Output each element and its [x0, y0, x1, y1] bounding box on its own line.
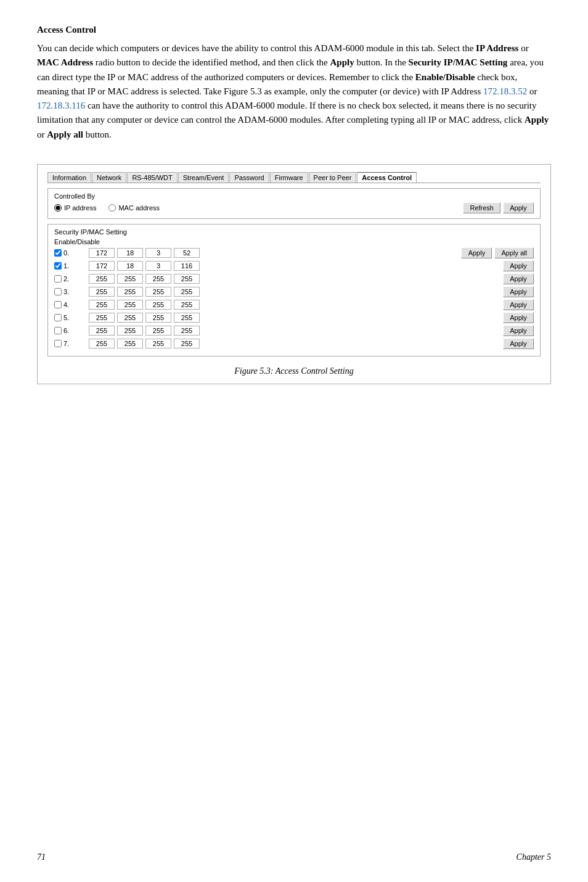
figure-container: Information Network RS-485/WDT Stream/Ev… — [37, 164, 551, 384]
tab-access-control[interactable]: Access Control — [357, 172, 417, 183]
row-1-check-label[interactable]: 1. — [54, 262, 86, 270]
radio-ip-address[interactable]: IP address — [54, 204, 96, 212]
row-6-oct1[interactable] — [89, 326, 115, 336]
row-7-check-label[interactable]: 7. — [54, 340, 86, 347]
table-row: 7. Apply — [54, 338, 534, 349]
row-6-oct2[interactable] — [117, 326, 143, 336]
table-row: 6. Apply — [54, 325, 534, 336]
row-0-oct1[interactable] — [89, 248, 115, 258]
row-4-oct3[interactable] — [145, 300, 171, 310]
row-6-oct3[interactable] — [145, 326, 171, 336]
row-0-checkbox[interactable] — [54, 249, 62, 257]
row-0-apply-button[interactable]: Apply — [461, 247, 492, 258]
figure-caption: Figure 5.3: Access Control Setting — [44, 366, 544, 376]
row-6-label: 6. — [63, 327, 69, 334]
row-1-oct1[interactable] — [89, 261, 115, 271]
row-2-oct4[interactable] — [174, 274, 200, 284]
tab-firmware[interactable]: Firmware — [270, 172, 308, 183]
row-2-oct1[interactable] — [89, 274, 115, 284]
row-3-oct2[interactable] — [117, 287, 143, 297]
row-6-check-label[interactable]: 6. — [54, 327, 86, 334]
row-3-check-label[interactable]: 3. — [54, 288, 86, 295]
row-5-oct1[interactable] — [89, 313, 115, 323]
row-7-oct3[interactable] — [145, 339, 171, 348]
row-4-apply-button[interactable]: Apply — [503, 299, 534, 310]
row-4-label: 4. — [63, 301, 69, 308]
tab-information[interactable]: Information — [47, 172, 91, 183]
row-6-checkbox[interactable] — [54, 327, 62, 334]
row-6-apply-button[interactable]: Apply — [503, 325, 534, 336]
row-4-oct4[interactable] — [174, 300, 200, 310]
row-3-oct3[interactable] — [145, 287, 171, 297]
row-2-oct2[interactable] — [117, 274, 143, 284]
row-2-check-label[interactable]: 2. — [54, 275, 86, 282]
table-row: 3. Apply — [54, 286, 534, 297]
row-6-oct4[interactable] — [174, 326, 200, 336]
row-5-checkbox[interactable] — [54, 314, 62, 321]
row-7-oct2[interactable] — [117, 339, 143, 348]
row-5-apply-button[interactable]: Apply — [503, 312, 534, 323]
tab-peer-to-peer[interactable]: Peer to Peer — [309, 172, 357, 183]
ip-link-2[interactable]: 172.18.3.116 — [37, 101, 85, 110]
row-4-checkbox[interactable] — [54, 301, 62, 308]
controlled-by-row: IP address MAC address Refresh Apply — [54, 202, 534, 213]
row-1-checkbox[interactable] — [54, 262, 62, 270]
tab-rs485[interactable]: RS-485/WDT — [127, 172, 177, 183]
page-number: 71 — [37, 852, 46, 862]
row-1-oct2[interactable] — [117, 261, 143, 271]
refresh-button[interactable]: Refresh — [463, 202, 500, 213]
radio-mac-input[interactable] — [108, 204, 116, 212]
row-5-oct4[interactable] — [174, 313, 200, 323]
row-3-checkbox[interactable] — [54, 288, 62, 295]
table-row: 2. Apply — [54, 273, 534, 284]
enable-disable-label: Enable/Disable — [54, 238, 534, 245]
controlled-by-buttons: Refresh Apply — [463, 202, 534, 213]
row-2-buttons: Apply — [503, 273, 534, 284]
row-2-checkbox[interactable] — [54, 275, 62, 282]
row-5-oct3[interactable] — [145, 313, 171, 323]
apply-all-button[interactable]: Apply all — [494, 247, 534, 258]
row-1-oct4[interactable] — [174, 261, 200, 271]
controlled-by-group: Controlled By IP address MAC address Ref… — [47, 188, 541, 219]
row-4-oct1[interactable] — [89, 300, 115, 310]
row-0-oct2[interactable] — [117, 248, 143, 258]
row-7-checkbox[interactable] — [54, 340, 62, 347]
row-2-apply-button[interactable]: Apply — [503, 273, 534, 284]
row-7-oct1[interactable] — [89, 339, 115, 348]
ip-link-1[interactable]: 172.18.3.52 — [483, 86, 527, 96]
row-5-label: 5. — [63, 314, 69, 321]
row-0-check-label[interactable]: 0. — [54, 249, 86, 257]
row-3-oct1[interactable] — [89, 287, 115, 297]
tab-network[interactable]: Network — [92, 172, 126, 183]
row-2-oct3[interactable] — [145, 274, 171, 284]
table-row: 1. Apply — [54, 260, 534, 271]
row-2-label: 2. — [63, 275, 69, 282]
controlled-by-legend: Controlled By — [54, 192, 534, 200]
row-7-buttons: Apply — [503, 338, 534, 349]
row-7-label: 7. — [63, 340, 69, 347]
row-1-apply-button[interactable]: Apply — [503, 260, 534, 271]
security-section: Security IP/MAC Setting Enable/Disable 0… — [47, 224, 541, 357]
chapter-label: Chapter 5 — [517, 852, 551, 862]
row-3-oct4[interactable] — [174, 287, 200, 297]
radio-ip-input[interactable] — [54, 204, 62, 212]
row-5-check-label[interactable]: 5. — [54, 314, 86, 321]
tab-stream-event[interactable]: Stream/Event — [178, 172, 229, 183]
tab-password[interactable]: Password — [229, 172, 269, 183]
row-0-buttons: Apply Apply all — [461, 247, 534, 258]
section-title: Access Control — [37, 25, 551, 35]
row-7-apply-button[interactable]: Apply — [503, 338, 534, 349]
row-4-oct2[interactable] — [117, 300, 143, 310]
row-3-apply-button[interactable]: Apply — [503, 286, 534, 297]
row-4-buttons: Apply — [503, 299, 534, 310]
row-5-oct2[interactable] — [117, 313, 143, 323]
row-1-label: 1. — [63, 262, 69, 270]
apply-button-top[interactable]: Apply — [503, 202, 534, 213]
row-1-oct3[interactable] — [145, 261, 171, 271]
row-0-oct3[interactable] — [145, 248, 171, 258]
row-7-oct4[interactable] — [174, 339, 200, 348]
radio-mac-address[interactable]: MAC address — [108, 204, 160, 212]
row-5-buttons: Apply — [503, 312, 534, 323]
row-0-oct4[interactable] — [174, 248, 200, 258]
row-4-check-label[interactable]: 4. — [54, 301, 86, 308]
